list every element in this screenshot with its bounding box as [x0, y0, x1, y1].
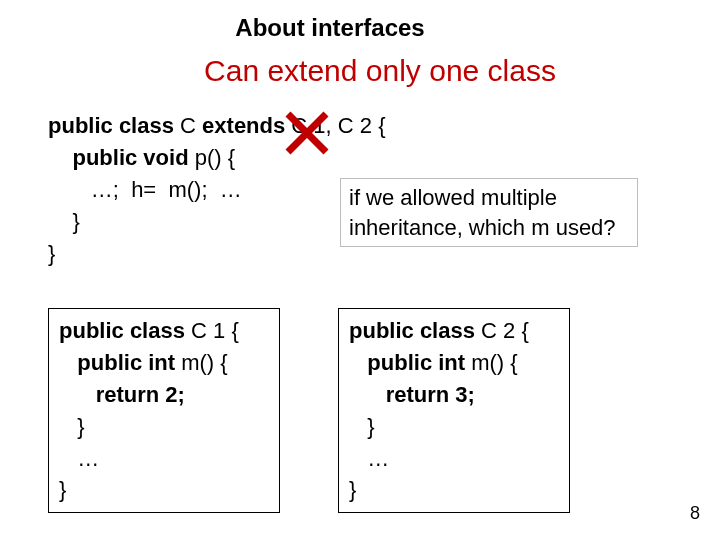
code-text: C — [174, 113, 202, 138]
code-block-c: public class C extends C 1, C 2 { public… — [48, 110, 386, 269]
code-text: …; h= m(); … — [91, 177, 242, 202]
code-text: } — [77, 414, 84, 439]
keyword: public int — [367, 350, 465, 375]
code-text: } — [59, 477, 66, 502]
page-number: 8 — [690, 503, 700, 524]
code-text: p() { — [189, 145, 235, 170]
code-text: … — [367, 446, 389, 471]
keyword: public class — [59, 318, 185, 343]
code-block-c2: public class C 2 { public int m() { retu… — [338, 308, 570, 513]
code-text: } — [48, 241, 55, 266]
keyword: extends — [202, 113, 285, 138]
subtitle: Can extend only one class — [40, 54, 720, 88]
code-text: C 2 { — [475, 318, 529, 343]
keyword: public class — [349, 318, 475, 343]
code-text: } — [72, 209, 79, 234]
keyword: return 3; — [386, 382, 475, 407]
keyword: public void — [72, 145, 188, 170]
callout-note: if we allowed multiple inheritance, whic… — [340, 178, 638, 247]
code-text: … — [77, 446, 99, 471]
code-block-c1: public class C 1 { public int m() { retu… — [48, 308, 280, 513]
code-text: } — [349, 477, 356, 502]
code-text: C 1 { — [185, 318, 239, 343]
code-text: m() { — [465, 350, 518, 375]
keyword: return 2; — [96, 382, 185, 407]
code-text: } — [367, 414, 374, 439]
code-text: m() { — [175, 350, 228, 375]
keyword: public int — [77, 350, 175, 375]
keyword: public class — [48, 113, 174, 138]
code-text: C 1, C 2 { — [285, 113, 385, 138]
page-title: About interfaces — [0, 0, 720, 42]
